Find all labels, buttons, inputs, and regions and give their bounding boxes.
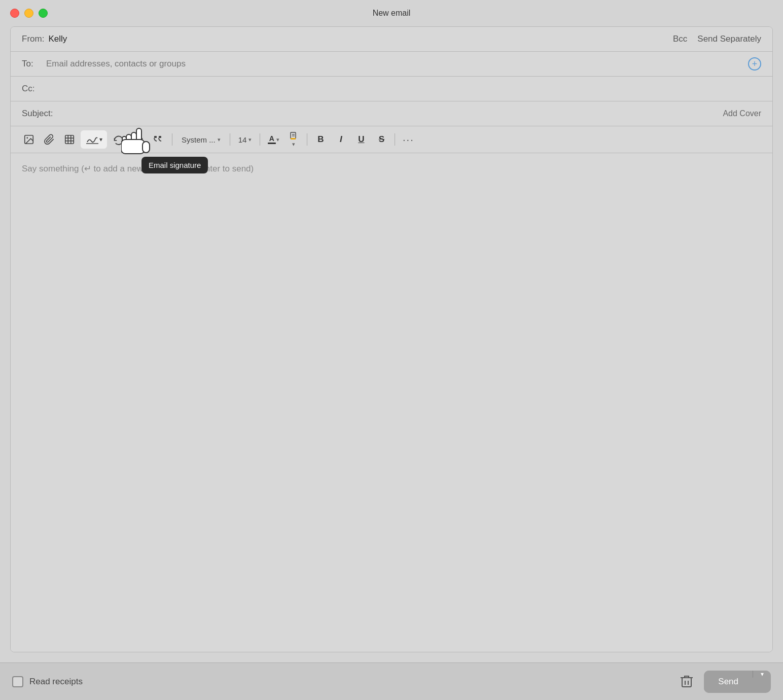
title-bar: New email	[0, 0, 783, 26]
add-recipient-button[interactable]: +	[748, 57, 761, 71]
bold-label: B	[317, 134, 324, 145]
svg-rect-2	[65, 135, 74, 144]
add-cover-button[interactable]: Add Cover	[723, 109, 761, 118]
to-label: To:	[22, 59, 42, 69]
subject-input[interactable]	[57, 109, 761, 119]
svg-rect-20	[682, 678, 691, 687]
toolbar-separator-2	[230, 133, 230, 146]
signature-icon	[85, 134, 99, 145]
to-input[interactable]	[46, 59, 761, 69]
send-button[interactable]: Send	[704, 671, 753, 693]
compose-placeholder: Say something (↵ to add a new line, ⌘+Sh…	[22, 164, 254, 173]
table-icon	[64, 134, 75, 145]
font-size-chevron: ▾	[248, 136, 252, 143]
attachment-icon	[44, 134, 55, 145]
read-receipts-label[interactable]: Read receipts	[29, 677, 83, 687]
highlight-icon: ▾	[289, 131, 298, 148]
bottom-bar: Read receipts Send ▾	[0, 662, 783, 700]
from-value: Kelly	[48, 34, 67, 44]
font-family-label: System ...	[182, 135, 216, 144]
italic-button[interactable]: I	[332, 130, 350, 149]
attach-file-button[interactable]	[40, 130, 58, 149]
underline-label: U	[358, 134, 364, 145]
compose-window: From: Kelly Bcc Send Separately To: + Cc…	[10, 26, 773, 652]
from-label: From:	[22, 34, 44, 44]
undo-icon	[113, 134, 124, 145]
subject-row: Subject: Add Cover	[11, 101, 772, 126]
svg-rect-14	[154, 136, 157, 138]
cc-row: Cc:	[11, 77, 772, 101]
from-actions: Bcc Send Separately	[673, 34, 761, 44]
subject-label: Subject:	[22, 109, 53, 119]
read-receipts-container: Read receipts	[12, 676, 83, 687]
toolbar-separator-1	[172, 133, 172, 146]
more-label: ···	[403, 134, 414, 146]
quote-button[interactable]	[150, 130, 168, 149]
undo-button[interactable]	[109, 130, 127, 149]
svg-rect-15	[159, 136, 161, 138]
svg-point-1	[26, 137, 28, 138]
cc-input[interactable]	[46, 84, 761, 94]
more-options-button[interactable]: ···	[399, 130, 417, 149]
toolbar-separator-4	[307, 133, 307, 146]
font-size-dropdown[interactable]: 14 ▾	[234, 130, 256, 149]
insert-table-button[interactable]	[60, 130, 79, 149]
svg-rect-16	[291, 132, 296, 138]
font-size-label: 14	[238, 135, 247, 144]
send-button-group: Send ▾	[704, 671, 771, 693]
maximize-button[interactable]	[39, 9, 48, 18]
compose-area[interactable]: Say something (↵ to add a new line, ⌘+Sh…	[11, 153, 772, 652]
svg-rect-17	[291, 138, 296, 139]
bold-button[interactable]: B	[311, 130, 330, 149]
close-button[interactable]	[10, 9, 19, 18]
text-color-icon: A	[268, 135, 276, 144]
send-chevron-icon: ▾	[761, 671, 764, 678]
read-receipts-checkbox[interactable]	[12, 676, 23, 687]
cc-label: Cc:	[22, 84, 42, 94]
text-color-button[interactable]: A ▾	[264, 130, 282, 149]
image-icon	[23, 134, 34, 145]
italic-label: I	[340, 134, 342, 145]
to-row: To: +	[11, 52, 772, 77]
bcc-button[interactable]: Bcc	[673, 34, 687, 44]
signature-button-area: ▾	[81, 130, 107, 149]
strikethrough-button[interactable]: S	[372, 130, 390, 149]
quote-icon	[153, 134, 164, 145]
toolbar-separator-5	[395, 133, 395, 146]
trash-icon	[680, 675, 693, 689]
minimize-button[interactable]	[24, 9, 33, 18]
underline-button[interactable]: U	[352, 130, 370, 149]
traffic-lights	[10, 9, 48, 18]
signature-button[interactable]: ▾	[81, 130, 107, 149]
redo-icon	[133, 134, 144, 145]
send-options-button[interactable]: ▾	[753, 671, 771, 678]
insert-image-button[interactable]	[20, 130, 38, 149]
toolbar: ▾	[11, 126, 772, 153]
send-separately-button[interactable]: Send Separately	[697, 34, 761, 44]
strikethrough-label: S	[379, 134, 384, 145]
font-family-chevron: ▾	[218, 136, 221, 143]
font-family-dropdown[interactable]: System ... ▾	[176, 130, 226, 149]
window-title: New email	[373, 9, 411, 18]
toolbar-separator-3	[260, 133, 260, 146]
redo-button[interactable]	[129, 130, 148, 149]
bottom-actions: Send ▾	[675, 671, 771, 693]
from-row: From: Kelly Bcc Send Separately	[11, 27, 772, 52]
highlight-color-button[interactable]: ▾	[284, 130, 303, 149]
discard-button[interactable]	[675, 671, 698, 693]
